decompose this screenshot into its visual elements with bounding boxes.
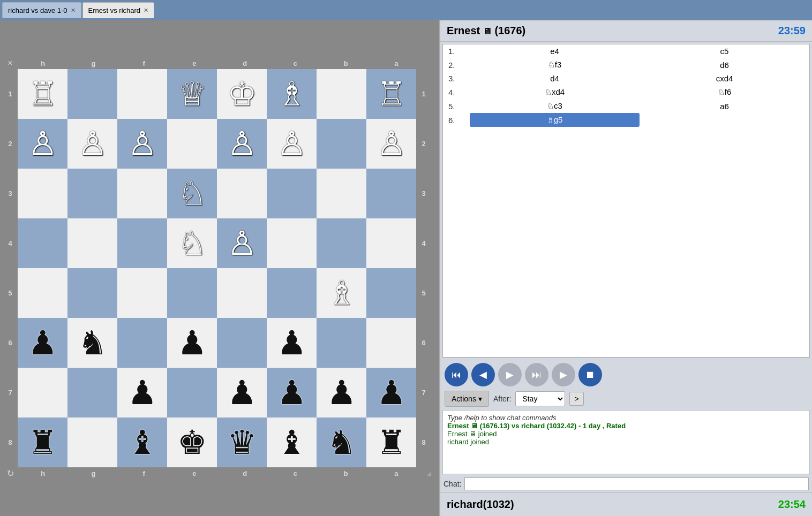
square-e2[interactable] xyxy=(167,119,217,169)
file-e-bot: e xyxy=(169,469,220,477)
square-d7[interactable]: ♟ xyxy=(217,368,267,418)
goto-button[interactable]: > xyxy=(569,392,583,406)
square-e3[interactable]: ♘ xyxy=(167,169,217,218)
square-e1[interactable]: ♕ xyxy=(167,69,217,119)
square-d2[interactable]: ♙ xyxy=(217,119,267,169)
move-black-4[interactable]: ♘f6 xyxy=(640,85,809,99)
tab-ernest-richard[interactable]: Ernest vs richard ✕ xyxy=(82,2,155,18)
rank-5-right: 5 xyxy=(416,268,431,318)
move-white-2[interactable]: ♘f3 xyxy=(470,58,640,72)
move-black-2[interactable]: d6 xyxy=(640,58,809,72)
square-h8[interactable]: ♜ xyxy=(18,418,67,467)
tab-richard-dave[interactable]: richard vs dave 1-0 ✕ xyxy=(2,2,81,18)
square-a7[interactable]: ♟ xyxy=(366,368,416,418)
move-row-4: 4.♘xd4♘f6 xyxy=(443,85,809,99)
moves-area[interactable]: 1.e4c52.♘f3d63.d4cxd44.♘xd4♘f65.♘c3a66.♗… xyxy=(442,44,810,358)
square-b1[interactable] xyxy=(317,69,366,119)
square-h3[interactable] xyxy=(18,169,67,218)
refresh-icon[interactable]: ↻ xyxy=(7,468,14,479)
square-a3[interactable] xyxy=(366,169,416,218)
square-g1[interactable] xyxy=(67,69,117,119)
rank-3-right: 3 xyxy=(416,169,431,218)
move-white-5[interactable]: ♘c3 xyxy=(470,99,640,113)
square-a8[interactable]: ♜ xyxy=(366,418,416,467)
actions-button[interactable]: Actions ▾ xyxy=(445,391,489,407)
move-num-2: 2. xyxy=(443,58,470,72)
square-a2[interactable]: ♙ xyxy=(366,119,416,169)
move-black-6[interactable] xyxy=(640,113,809,127)
move-black-3[interactable]: cxd4 xyxy=(640,72,809,85)
square-g5[interactable] xyxy=(67,268,117,318)
square-c4[interactable] xyxy=(267,218,317,268)
square-f4[interactable] xyxy=(117,218,167,268)
square-f3[interactable] xyxy=(117,169,167,218)
square-h6[interactable]: ♟ xyxy=(18,318,67,368)
move-black-1[interactable]: c5 xyxy=(640,44,809,58)
square-c6[interactable]: ♟ xyxy=(267,318,317,368)
square-h2[interactable]: ♙ xyxy=(18,119,67,169)
square-a6[interactable] xyxy=(366,318,416,368)
square-c7[interactable]: ♟ xyxy=(267,368,317,418)
square-c3[interactable] xyxy=(267,169,317,218)
square-a1[interactable]: ♖ xyxy=(366,69,416,119)
square-b6[interactable] xyxy=(317,318,366,368)
move-white-4[interactable]: ♘xd4 xyxy=(470,85,640,99)
square-e5[interactable] xyxy=(167,268,217,318)
btn-prev[interactable]: ◀ xyxy=(471,363,495,386)
square-f1[interactable] xyxy=(117,69,167,119)
square-h7[interactable] xyxy=(18,368,67,418)
after-select[interactable]: Stay Next Previous xyxy=(515,391,565,406)
square-c2[interactable]: ♙ xyxy=(267,119,317,169)
move-white-1[interactable]: e4 xyxy=(470,44,640,58)
square-h4[interactable] xyxy=(18,218,67,268)
square-b5[interactable]: ♗ xyxy=(317,268,366,318)
move-white-3[interactable]: d4 xyxy=(470,72,640,85)
tab-close-1[interactable]: ✕ xyxy=(71,7,76,14)
square-b3[interactable] xyxy=(317,169,366,218)
square-c5[interactable] xyxy=(267,268,317,318)
btn-play[interactable]: ▶ xyxy=(552,363,575,386)
square-b7[interactable]: ♟ xyxy=(317,368,366,418)
btn-next[interactable]: ▶ xyxy=(498,363,522,386)
square-f8[interactable]: ♝ xyxy=(117,418,167,467)
move-white-6[interactable]: ♗g5 xyxy=(470,113,640,127)
square-e7[interactable] xyxy=(167,368,217,418)
square-g8[interactable] xyxy=(67,418,117,467)
tab-close-2[interactable]: ✕ xyxy=(144,7,148,14)
square-d4[interactable]: ♙ xyxy=(217,218,267,268)
rank-2-right: 2 xyxy=(416,119,431,169)
square-d3[interactable] xyxy=(217,169,267,218)
square-g2[interactable]: ♙ xyxy=(67,119,117,169)
square-g4[interactable] xyxy=(67,218,117,268)
square-c1[interactable]: ♗ xyxy=(267,69,317,119)
btn-last[interactable]: ⏭ xyxy=(525,363,548,386)
square-g3[interactable] xyxy=(67,169,117,218)
square-b8[interactable]: ♞ xyxy=(317,418,366,467)
square-f6[interactable] xyxy=(117,318,167,368)
square-d1[interactable]: ♔ xyxy=(217,69,267,119)
square-e4[interactable]: ♘ xyxy=(167,218,217,268)
square-b4[interactable] xyxy=(317,218,366,268)
square-c8[interactable]: ♝ xyxy=(267,418,317,467)
square-b2[interactable] xyxy=(317,119,366,169)
chat-input[interactable] xyxy=(464,477,809,490)
square-d8[interactable]: ♛ xyxy=(217,418,267,467)
square-g6[interactable]: ♞ xyxy=(67,318,117,368)
square-e8[interactable]: ♚ xyxy=(167,418,217,467)
btn-first[interactable]: ⏮ xyxy=(445,363,468,386)
square-h1[interactable]: ♖ xyxy=(18,69,67,119)
square-g7[interactable] xyxy=(67,368,117,418)
square-a5[interactable] xyxy=(366,268,416,318)
square-d6[interactable] xyxy=(217,318,267,368)
move-black-5[interactable]: a6 xyxy=(640,99,809,113)
square-f5[interactable] xyxy=(117,268,167,318)
square-a4[interactable] xyxy=(366,218,416,268)
board-wrapper: ✕ h g f e d c b a 1 2 3 4 5 6 xyxy=(3,57,437,479)
square-d5[interactable] xyxy=(217,268,267,318)
square-f7[interactable]: ♟ xyxy=(117,368,167,418)
chess-board[interactable]: ♖♕♔♗♖♙♙♙♙♙♙♘♘♙♗♟♞♟♟♟♟♟♟♟♜♝♚♛♝♞♜ xyxy=(18,69,416,467)
btn-stop[interactable]: ⏹ xyxy=(578,363,602,386)
square-f2[interactable]: ♙ xyxy=(117,119,167,169)
square-e6[interactable]: ♟ xyxy=(167,318,217,368)
square-h5[interactable] xyxy=(18,268,67,318)
